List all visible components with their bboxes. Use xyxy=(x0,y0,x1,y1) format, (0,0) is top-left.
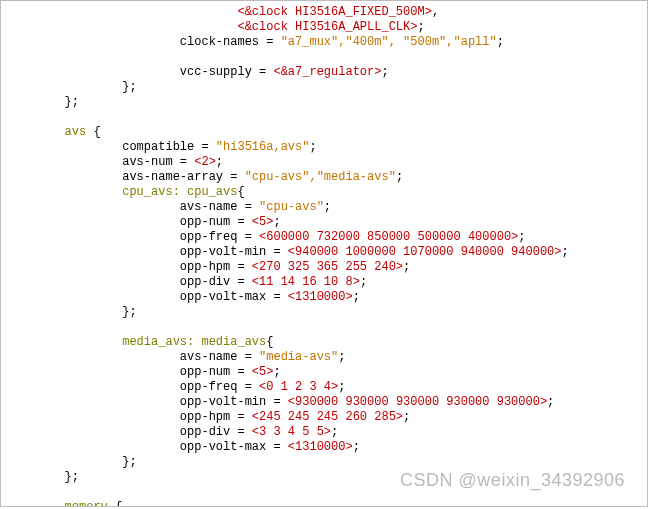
cpu-opp-volt-min: <940000 1000000 1070000 940000 940000> xyxy=(288,245,562,259)
avs-label: avs xyxy=(65,125,87,139)
clock-ref-2: <&clock HI3516A_APLL_CLK> xyxy=(237,20,417,34)
media-opp-num: <5> xyxy=(252,365,274,379)
media-avs-label-2: media_avs xyxy=(201,335,266,349)
cpu-opp-div: <11 14 16 10 8> xyxy=(252,275,360,289)
media-avs-name: "media-avs" xyxy=(259,350,338,364)
code-block: <&clock HI3516A_FIXED_500M>, <&clock HI3… xyxy=(7,5,641,507)
cpu-avs-label-2: cpu_avs xyxy=(187,185,237,199)
media-avs-label-1: media_avs: xyxy=(122,335,194,349)
avs-num: <2> xyxy=(194,155,216,169)
cpu-opp-volt-max: <1310000> xyxy=(288,290,353,304)
code-frame: <&clock HI3516A_FIXED_500M>, <&clock HI3… xyxy=(0,0,648,507)
cpu-opp-freq: <600000 732000 850000 500000 400000> xyxy=(259,230,518,244)
cpu-opp-num: <5> xyxy=(252,215,274,229)
memory-label: memory xyxy=(65,500,108,507)
clock-ref-1: <&clock HI3516A_FIXED_500M> xyxy=(237,5,431,19)
media-opp-hpm: <245 245 245 260 285> xyxy=(252,410,403,424)
avs-compatible: "hi3516a,avs" xyxy=(216,140,310,154)
cpu-avs-name: "cpu-avs" xyxy=(259,200,324,214)
clock-names-value: "a7_mux","400m", "500m","apll" xyxy=(281,35,497,49)
media-opp-freq: <0 1 2 3 4> xyxy=(259,380,338,394)
media-opp-volt-min: <930000 930000 930000 930000 930000> xyxy=(288,395,547,409)
vcc-supply-value: <&a7_regulator> xyxy=(273,65,381,79)
media-opp-volt-max: <1310000> xyxy=(288,440,353,454)
avs-name-array: "cpu-avs","media-avs" xyxy=(245,170,396,184)
cpu-opp-hpm: <270 325 365 255 240> xyxy=(252,260,403,274)
cpu-avs-label-1: cpu_avs: xyxy=(122,185,180,199)
media-opp-div: <3 3 4 5 5> xyxy=(252,425,331,439)
